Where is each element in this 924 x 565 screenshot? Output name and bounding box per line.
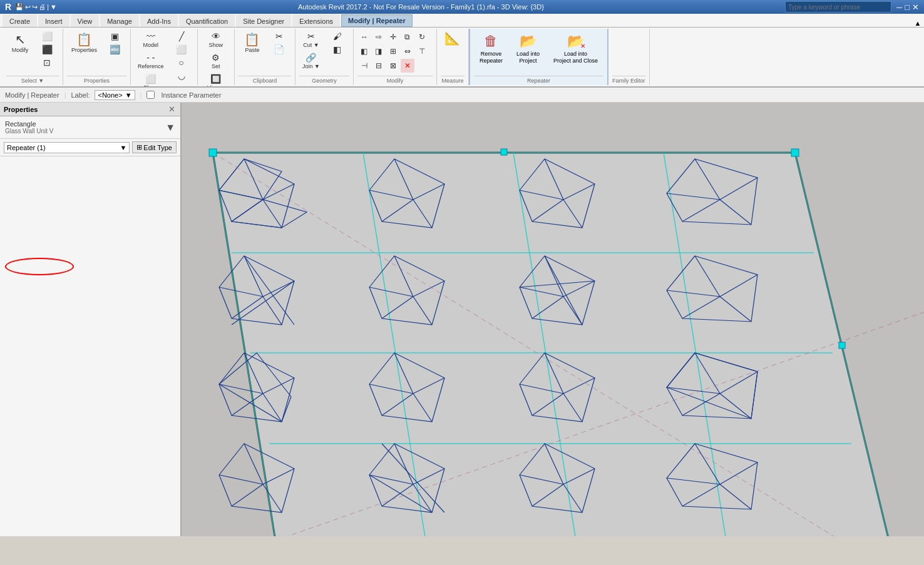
tab-addins[interactable]: Add-Ins [140, 14, 178, 27]
family-category-btn[interactable]: 🔤 [103, 43, 126, 56]
draw-model-btn[interactable]: 〰 Model [135, 30, 167, 51]
qat-print[interactable]: 🖨 [39, 3, 46, 11]
join-geometry-btn[interactable]: 🔗 Join ▼ [299, 51, 323, 72]
family-editor-label: Family Editor [612, 76, 645, 84]
element-selector-dropdown[interactable]: Repeater (1) ▼ [4, 142, 130, 153]
ribbon-expand[interactable]: ▲ [911, 19, 924, 27]
load-close-icon: 📂✕ [567, 33, 584, 49]
label-dropdown-arrow: ▼ [125, 91, 132, 99]
svg-marker-1 [213, 153, 889, 536]
trim-ext-btn[interactable]: ⊤ [415, 44, 429, 58]
properties-group-label: Properties [67, 76, 126, 84]
viewport-3d[interactable] [182, 103, 924, 536]
properties-close-btn[interactable]: ✕ [167, 104, 177, 114]
trim-btn[interactable]: ⊣ [357, 59, 371, 73]
type-subname: Glass Wall Unit V [5, 128, 165, 135]
command-bar: Modify | Repeater | Label: <None> ▼ | In… [0, 88, 924, 103]
align-btn[interactable]: ↔ [357, 30, 371, 44]
tab-quantification[interactable]: Quantification [179, 14, 235, 27]
draw-line-btn[interactable]: ╱ [170, 30, 193, 43]
qat-save[interactable]: 💾 [15, 3, 24, 11]
draw-arc-btn[interactable]: ◡ [170, 69, 193, 82]
load-into-project-btn[interactable]: 📂 Load intoProject [511, 30, 545, 68]
show-btn[interactable]: 👁 Show [204, 30, 228, 51]
copy-btn[interactable]: 📄 [267, 43, 291, 56]
ribbon-group-properties: 📋 Properties ▣ 🔤 Properties [63, 29, 131, 85]
label-text: Label: [71, 91, 90, 99]
minimize-btn[interactable]: ─ [896, 3, 902, 12]
close-btn[interactable]: ✕ [912, 3, 919, 12]
modify-group-label: Modify [357, 76, 433, 84]
draw-rect-btn[interactable]: ⬜ [170, 43, 193, 56]
tab-modify-repeater[interactable]: Modify | Repeater [341, 14, 413, 27]
array-btn[interactable]: ⊞ [386, 44, 400, 58]
ribbon-group-geometry: ✂ Cut ▼ 🔗 Join ▼ 🖌 ◧ Geometry [295, 29, 354, 85]
title-bar: R 💾 ↩ ↪ 🖨 | ▼ Autodesk Revit 2017.2 - No… [0, 0, 924, 14]
copy-mod-btn[interactable]: ⧉ [401, 30, 414, 44]
split-btn[interactable]: ⊟ [372, 59, 386, 73]
ribbon-group-select: ↖ Modify ⬜ ⬛ ⊡ Select ▼ [3, 29, 63, 85]
title-bar-left: R 💾 ↩ ↪ 🖨 | ▼ [5, 2, 57, 12]
tab-view[interactable]: View [71, 14, 100, 27]
remove-repeater-icon: 🗑 [484, 33, 498, 49]
edit-type-label: Edit Type [143, 144, 172, 151]
properties-panel: Properties ✕ Rectangle Glass Wall Unit V… [0, 103, 182, 536]
modify-button[interactable]: ↖ Modify [6, 30, 34, 57]
qat-redo[interactable]: ↪ [32, 3, 38, 11]
search-input[interactable] [785, 1, 891, 13]
title-bar-right: ─ □ ✕ [785, 1, 919, 13]
load-into-project-close-btn[interactable]: 📂✕ Load intoProject and Close [548, 30, 603, 68]
mirror-draw-btn[interactable]: ◨ [372, 44, 386, 58]
measure-btn[interactable]: 📐 [441, 30, 465, 46]
tab-manage[interactable]: Manage [100, 14, 139, 27]
instance-param-checkbox[interactable] [146, 91, 155, 99]
ribbon-group-clipboard: 📋 Paste ✂ 📄 Clipboard [235, 29, 295, 85]
paste-btn[interactable]: 📋 Paste [239, 30, 266, 57]
qat-more[interactable]: ▼ [50, 3, 57, 11]
move-btn[interactable]: ✛ [386, 30, 400, 44]
ribbon-group-family-editor: Family Editor [608, 29, 650, 85]
draw-spline-btn[interactable]: ∿ [170, 83, 193, 88]
tab-create[interactable]: Create [3, 14, 37, 27]
mirror-pick-btn[interactable]: ◧ [357, 44, 371, 58]
select-btn[interactable]: ⬜ [35, 30, 59, 43]
tab-extensions[interactable]: Extensions [292, 14, 340, 27]
remove-repeater-btn[interactable]: 🗑 RemoveRepeater [474, 30, 508, 68]
cut-btn[interactable]: ✂ [267, 30, 291, 43]
type-properties-btn[interactable]: ▣ [103, 30, 126, 43]
properties-panel-header: Properties ✕ [0, 103, 180, 116]
ribbon-group-measure: 📐 Measure [437, 29, 469, 85]
properties-button[interactable]: 📋 Properties [67, 30, 101, 57]
type-info: Rectangle Glass Wall Unit V [5, 120, 165, 135]
tab-insert[interactable]: Insert [38, 14, 69, 27]
delete-btn[interactable]: ✕ [401, 59, 414, 73]
offset-btn[interactable]: ⇨ [372, 30, 386, 44]
selector-arrow: ▼ [120, 144, 126, 151]
viewer-btn[interactable]: 🔲 Viewer [204, 73, 228, 88]
rotate-btn[interactable]: ↻ [415, 30, 429, 44]
split-face-btn[interactable]: ◧ [326, 43, 349, 56]
draw-reference-btn[interactable]: - - Reference [135, 51, 167, 72]
draw-plane-btn[interactable]: ⬜ Plane [135, 73, 167, 88]
type-dropdown-arrow[interactable]: ▼ [165, 122, 175, 133]
clipboard-group-label: Clipboard [239, 76, 291, 84]
select-more[interactable]: ⊡ [35, 56, 59, 69]
select-options[interactable]: ⬛ [35, 43, 59, 56]
tab-sitedesigner[interactable]: Site Designer [236, 14, 291, 27]
instance-param-label: Instance Parameter [161, 91, 221, 99]
scale-btn[interactable]: ⇔ [401, 44, 414, 58]
paint-btn[interactable]: 🖌 [326, 30, 349, 43]
modify-repeater-context: Modify | Repeater [5, 91, 59, 99]
load-close-label: Load intoProject and Close [553, 51, 598, 64]
set-btn[interactable]: ⚙ Set [204, 51, 228, 72]
ribbon-panel: ↖ Modify ⬜ ⬛ ⊡ Select ▼ 📋 Properties [0, 28, 924, 88]
cut-geometry-btn[interactable]: ✂ Cut ▼ [299, 30, 323, 51]
qat-undo[interactable]: ↩ [25, 3, 31, 11]
maximize-btn[interactable]: □ [905, 3, 910, 12]
geometry-group-label: Geometry [299, 76, 349, 84]
draw-circle-btn[interactable]: ○ [170, 56, 193, 69]
split-gaps-btn[interactable]: ⊠ [386, 59, 400, 73]
edit-type-button[interactable]: ⊞ Edit Type [132, 141, 177, 153]
label-dropdown[interactable]: <None> ▼ [95, 90, 135, 100]
ribbon-group-draw: 〰 Model - - Reference ⬜ Plane ╱ ⬜ ○ ◡ ∿ … [131, 29, 198, 85]
